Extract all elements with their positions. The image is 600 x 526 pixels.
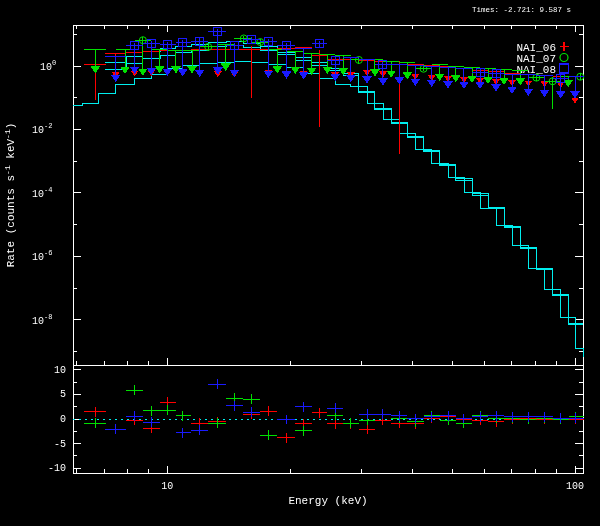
y-axis-tick-label-10e0-base: 10 <box>40 62 52 73</box>
y-axis-tick-label-10e-6-exp: -6 <box>44 249 52 257</box>
plot-background <box>0 0 600 526</box>
x-axis-tick-label: 100 <box>566 481 584 492</box>
y-axis-tick-label-10e-6-base: 10 <box>32 252 44 263</box>
y-axis-tick-label-10e-8-exp: -8 <box>44 313 52 321</box>
chart-canvas: 10010-210-410-610-8101001050-5-10Rate (c… <box>0 0 600 526</box>
y-axis-tick-label-10e-4-base: 10 <box>32 189 44 200</box>
y-axis-tick-label-10e0-exp: 0 <box>52 59 56 67</box>
resid-tick-label: 0 <box>60 414 66 425</box>
x-axis-title: Energy (keV) <box>288 495 367 507</box>
spectral-fit-plot: 10010-210-410-610-8101001050-5-10Rate (c… <box>0 0 600 526</box>
y-axis-tick-label-10e-2-base: 10 <box>32 125 44 136</box>
y-axis-tick-label-10e-8-base: 10 <box>32 316 44 327</box>
y-axis-title: Rate (counts s-1 keV-1) <box>3 123 17 268</box>
times-annotation: Times: -2.721: 9.587 s <box>472 6 571 14</box>
resid-tick-label: -5 <box>54 439 66 450</box>
resid-tick-label: 10 <box>54 365 66 376</box>
resid-tick-label: 5 <box>60 389 66 400</box>
resid-tick-label: -10 <box>48 463 66 474</box>
y-axis-tick-label-10e-4-exp: -4 <box>44 186 52 194</box>
x-axis-tick-label: 10 <box>161 481 173 492</box>
y-axis-tick-label-10e-2-exp: -2 <box>44 122 52 130</box>
